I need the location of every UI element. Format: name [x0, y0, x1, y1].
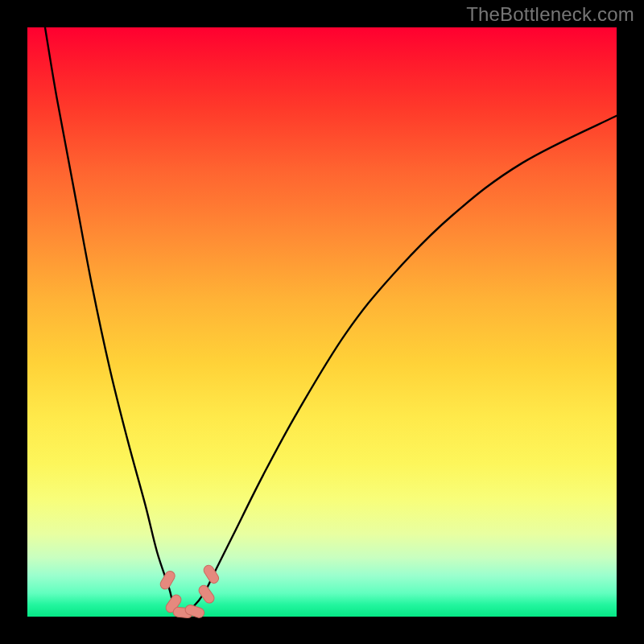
point-right-lower: [197, 584, 217, 605]
svg-rect-0: [159, 569, 176, 591]
watermark-text: TheBottleneck.com: [466, 3, 634, 26]
plot-area: [27, 27, 617, 617]
data-markers: [159, 564, 221, 619]
curve-svg: [27, 27, 617, 617]
outer-frame: TheBottleneck.com: [0, 0, 644, 644]
bottleneck-curve: [45, 27, 617, 613]
point-left-upper: [159, 569, 176, 591]
svg-rect-4: [197, 584, 217, 605]
